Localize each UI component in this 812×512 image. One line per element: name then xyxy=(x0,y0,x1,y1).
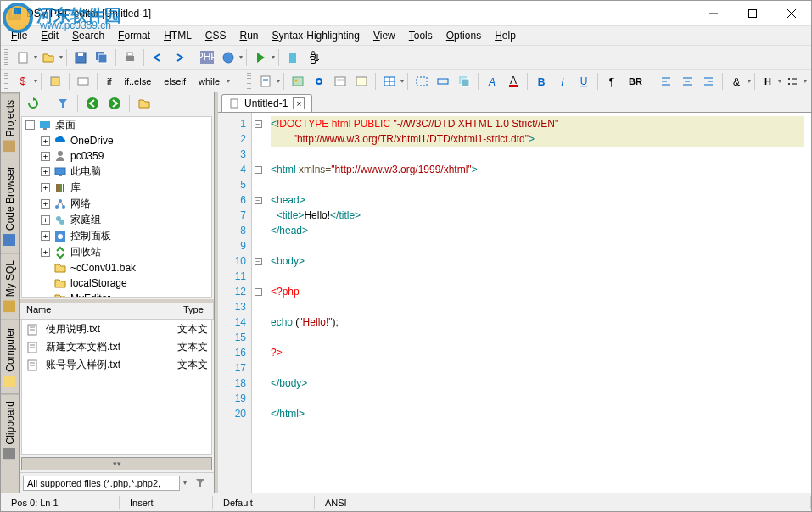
dropdown-icon[interactable]: ▾ xyxy=(804,77,807,85)
br-button[interactable]: BR xyxy=(623,71,648,92)
table-button[interactable] xyxy=(379,71,400,92)
dropdown-icon[interactable]: ▾ xyxy=(34,77,37,85)
tree-item[interactable]: +控制面板 xyxy=(22,228,211,244)
align-left-button[interactable] xyxy=(656,71,676,92)
maximize-button[interactable] xyxy=(733,1,772,26)
underline-button[interactable]: U xyxy=(574,71,594,92)
collapse-handle[interactable]: ▾▾ xyxy=(21,457,212,470)
list-item[interactable]: 账号导入样例.txt文本文 xyxy=(22,356,211,374)
tree-item[interactable]: +库 xyxy=(22,180,211,196)
dropdown-icon[interactable]: ▾ xyxy=(183,479,187,487)
block-button[interactable] xyxy=(45,71,65,92)
editor-tab[interactable]: Untitled-1 × xyxy=(221,94,312,112)
menu-help[interactable]: Help xyxy=(488,28,523,43)
sidetab-my-sql[interactable]: My SQL xyxy=(1,253,19,319)
menu-file[interactable]: File xyxy=(4,28,34,43)
column-name[interactable]: Name xyxy=(20,303,176,319)
dropdown-icon[interactable]: ▾ xyxy=(277,77,280,85)
list-item[interactable]: 新建文本文档.txt文本文 xyxy=(22,338,211,356)
sort-button[interactable]: AB xyxy=(304,47,324,68)
menu-run[interactable]: Run xyxy=(233,28,266,43)
echo-button[interactable] xyxy=(73,71,93,92)
code-content[interactable]: <!DOCTYPE html PUBLIC "-//W3C//DTD XHTML… xyxy=(264,113,811,493)
tree-item[interactable]: ~cConv01.bak xyxy=(22,260,211,275)
minimize-button[interactable] xyxy=(694,1,733,26)
php-button[interactable]: PHP xyxy=(197,47,217,68)
ifelse-button[interactable]: if..else xyxy=(119,71,158,92)
span-button[interactable] xyxy=(433,71,453,92)
filter-button[interactable] xyxy=(53,93,73,114)
dropdown-icon[interactable]: ▾ xyxy=(272,53,275,61)
heading-button[interactable]: H xyxy=(759,71,777,92)
if-button[interactable]: if xyxy=(101,71,118,92)
refresh-button[interactable] xyxy=(23,93,43,114)
div-button[interactable] xyxy=(412,71,432,92)
close-button[interactable] xyxy=(772,1,811,26)
tree-root[interactable]: −桌面 xyxy=(22,117,211,133)
tree-item[interactable]: +家庭组 xyxy=(22,212,211,228)
folder-tree[interactable]: −桌面+OneDrive+pc0359+此电脑+库+网络+家庭组+控制面板+回收… xyxy=(21,116,212,298)
tree-item[interactable]: +网络 xyxy=(22,196,211,212)
html-doc-button[interactable] xyxy=(255,71,276,92)
link-button[interactable] xyxy=(309,71,329,92)
forward-button[interactable] xyxy=(104,93,125,114)
layer-button[interactable] xyxy=(454,71,474,92)
dropdown-icon[interactable]: ▾ xyxy=(748,77,751,85)
dropdown-icon[interactable]: ▾ xyxy=(239,53,243,61)
dropdown-icon[interactable]: ▾ xyxy=(227,77,230,85)
bookmark-button[interactable] xyxy=(283,47,303,68)
menu-syntax-highlighting[interactable]: Syntax-Highlighting xyxy=(266,28,367,43)
tree-item[interactable]: MyEditor xyxy=(22,291,211,298)
new-button[interactable] xyxy=(13,47,33,68)
form-button[interactable] xyxy=(330,71,350,92)
save-button[interactable] xyxy=(70,47,91,68)
var-button[interactable]: $ xyxy=(13,71,33,92)
paragraph-button[interactable]: ¶ xyxy=(602,71,622,92)
align-right-button[interactable] xyxy=(698,71,719,92)
dropdown-icon[interactable]: ▾ xyxy=(59,53,63,61)
bold-button[interactable]: B xyxy=(531,71,552,92)
list-button[interactable] xyxy=(782,71,803,92)
dropdown-icon[interactable]: ▾ xyxy=(34,53,37,61)
image-button[interactable] xyxy=(288,71,308,92)
print-button[interactable] xyxy=(120,47,140,68)
italic-button[interactable]: I xyxy=(552,71,573,92)
menu-css[interactable]: CSS xyxy=(199,28,233,43)
redo-button[interactable] xyxy=(169,47,189,68)
tree-item[interactable]: localStorage xyxy=(22,275,211,291)
elseif-button[interactable]: elseif xyxy=(158,71,192,92)
filter-settings-button[interactable] xyxy=(190,473,210,493)
sidetab-clipboard[interactable]: Clipboard xyxy=(1,393,19,466)
special-char-button[interactable]: & xyxy=(726,71,747,92)
color-button[interactable]: A xyxy=(503,71,524,92)
while-button[interactable]: while xyxy=(193,71,226,92)
file-list[interactable]: 使用说明.txt文本文新建文本文档.txt文本文账号导入样例.txt文本文 xyxy=(21,320,212,455)
home-button[interactable] xyxy=(134,93,154,114)
undo-button[interactable] xyxy=(148,47,168,68)
tab-close-button[interactable]: × xyxy=(293,97,305,109)
tree-item[interactable]: +回收站 xyxy=(22,244,211,260)
dropdown-icon[interactable]: ▾ xyxy=(778,77,781,85)
code-editor[interactable]: 1234567891011121314151617181920 −−−−− <!… xyxy=(218,113,811,493)
browser-button[interactable] xyxy=(218,47,238,68)
sidetab-code-browser[interactable]: Code Browser xyxy=(1,159,19,253)
tree-item[interactable]: +OneDrive xyxy=(22,133,211,148)
script-button[interactable] xyxy=(351,71,372,92)
menu-tools[interactable]: Tools xyxy=(402,28,440,43)
filter-input[interactable] xyxy=(23,476,180,491)
menu-format[interactable]: Format xyxy=(111,28,157,43)
back-button[interactable] xyxy=(82,93,103,114)
dropdown-icon[interactable]: ▾ xyxy=(400,77,404,85)
save-all-button[interactable] xyxy=(92,47,112,68)
menu-view[interactable]: View xyxy=(367,28,402,43)
run-button[interactable] xyxy=(250,47,271,68)
font-button[interactable]: A xyxy=(482,71,502,92)
tree-item[interactable]: +此电脑 xyxy=(22,164,211,180)
column-type[interactable]: Type xyxy=(176,303,214,319)
menu-html[interactable]: HTML xyxy=(157,28,199,43)
open-button[interactable] xyxy=(38,47,59,68)
align-center-button[interactable] xyxy=(677,71,697,92)
list-item[interactable]: 使用说明.txt文本文 xyxy=(22,320,211,338)
sidetab-projects[interactable]: Projects xyxy=(1,92,19,159)
tree-item[interactable]: +pc0359 xyxy=(22,148,211,164)
